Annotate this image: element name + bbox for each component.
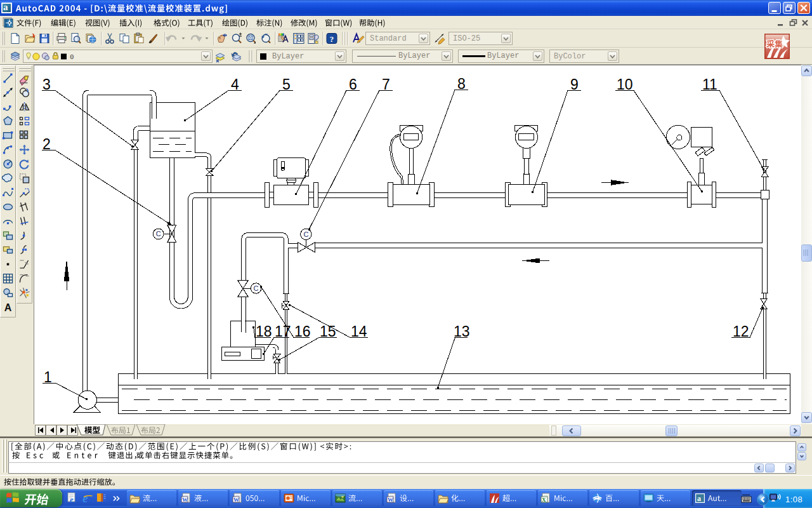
svg-text:W: W [388,497,393,503]
svg-text:A: A [4,302,12,313]
svg-text:C: C [303,231,308,238]
svg-text:W: W [182,497,188,503]
svg-text:a: a [697,494,701,503]
svg-text:e: e [82,491,88,505]
svg-text:C: C [156,230,161,237]
svg-text:C: C [254,284,259,292]
svg-text:?: ? [330,34,334,44]
svg-text:W: W [233,497,239,503]
svg-text:e: e [70,495,74,504]
svg-text:0: 0 [70,53,74,61]
svg-text:X: X [542,497,546,503]
